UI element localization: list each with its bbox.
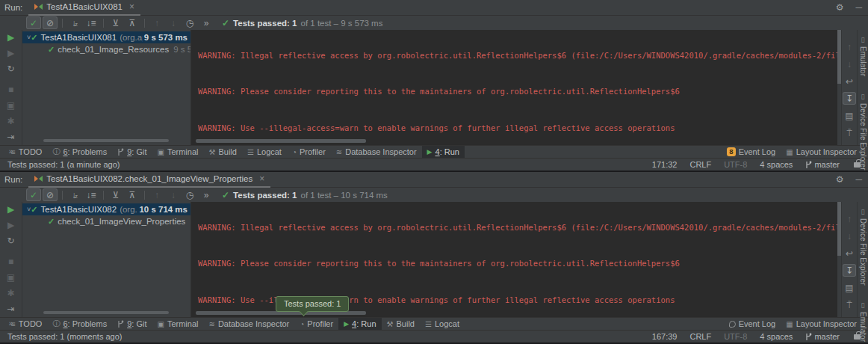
caret-position[interactable]: 167:39 xyxy=(652,332,678,341)
file-encoding[interactable]: UTF-8 xyxy=(724,332,747,341)
show-ignored-icon[interactable]: ⊘ xyxy=(43,16,58,29)
run-config-tab[interactable]: TestA1BasicUIX082.check_01_ImageView_Pro… xyxy=(28,172,270,188)
expand-all-icon[interactable]: ⊻ xyxy=(108,16,123,29)
sidetab-device-file-explorer[interactable]: ▯ Device File Explorer xyxy=(859,93,867,170)
clear-console-icon[interactable]: ⍑ xyxy=(843,126,856,139)
lock-icon[interactable] xyxy=(854,162,861,168)
rerun-failed-tests-icon[interactable]: ▶ xyxy=(4,220,19,230)
screenshot-icon[interactable]: ▣ xyxy=(4,100,19,111)
soft-wrap-icon[interactable]: ↩ xyxy=(843,75,856,87)
console-vertical-scrollbar[interactable] xyxy=(837,30,841,145)
file-encoding[interactable]: UTF-8 xyxy=(724,160,747,169)
toolwindow-problems[interactable]: ⓘ6: Problems xyxy=(47,318,112,331)
toolwindow-build[interactable]: ⚒Build xyxy=(382,318,420,331)
expand-all-icon[interactable]: ⊻ xyxy=(108,188,123,201)
test-tree-child-row[interactable]: ✓ check_01_Image_Resources 9 s 573 ms xyxy=(22,43,190,55)
gear-icon[interactable]: ⚙ xyxy=(830,2,850,13)
toolwindow-problems[interactable]: ⓘ6: Problems xyxy=(47,146,112,159)
collapse-all-icon[interactable]: ⊼ xyxy=(125,188,140,201)
show-passed-icon[interactable]: ✓ xyxy=(26,188,41,201)
git-branch-widget[interactable]: master xyxy=(805,332,840,341)
clear-console-icon[interactable]: ⍑ xyxy=(843,298,856,311)
indent-setting[interactable]: 4 spaces xyxy=(760,160,793,169)
down-stack-trace-icon[interactable]: ↓ xyxy=(843,58,856,70)
screenshot-icon[interactable]: ▣ xyxy=(4,272,19,283)
test-history-icon[interactable]: ◷ xyxy=(182,16,197,29)
next-failed-icon[interactable]: ↓ xyxy=(166,188,181,201)
previous-failed-icon[interactable]: ↑ xyxy=(149,16,164,29)
line-ending[interactable]: CRLF xyxy=(689,160,711,169)
soft-wrap-icon[interactable]: ↩ xyxy=(843,247,856,259)
stop-icon[interactable]: ■ xyxy=(4,85,19,95)
layout-inspector-button[interactable]: ▦Layout Inspector xyxy=(781,146,862,159)
sort-alphabetically-icon[interactable]: ↓z xyxy=(67,188,82,201)
toggle-auto-test-icon[interactable]: ↻ xyxy=(4,236,19,246)
detach-icon[interactable]: ⇥ xyxy=(4,304,19,314)
toolwindow-git[interactable]: 9: Git xyxy=(112,318,152,331)
console-vertical-scrollbar[interactable] xyxy=(837,202,841,317)
attach-debugger-icon[interactable]: ✱ xyxy=(4,116,19,126)
stop-icon[interactable]: ■ xyxy=(4,257,19,267)
show-ignored-icon[interactable]: ⊘ xyxy=(43,188,58,201)
line-ending[interactable]: CRLF xyxy=(689,332,711,341)
attach-debugger-icon[interactable]: ✱ xyxy=(4,288,19,298)
show-passed-icon[interactable]: ✓ xyxy=(26,16,41,29)
toolwindow-logcat[interactable]: ☰Logcat xyxy=(242,146,287,159)
toolwindow-run[interactable]: ▶4: Run xyxy=(338,318,381,331)
more-actions-icon[interactable]: » xyxy=(199,16,214,29)
down-stack-trace-icon[interactable]: ↓ xyxy=(843,230,856,242)
toolwindow-run[interactable]: ▶4: Run xyxy=(422,146,465,159)
print-icon[interactable]: ▤ xyxy=(843,281,856,294)
layout-inspector-button[interactable]: ▦Layout Inspector xyxy=(781,318,862,331)
toolwindow-profiler[interactable]: ◔Profiler xyxy=(287,146,331,159)
scroll-to-end-icon[interactable]: ↧ xyxy=(843,264,856,277)
tree-horizontal-scrollbar[interactable] xyxy=(43,139,169,142)
up-stack-trace-icon[interactable]: ↑ xyxy=(843,40,856,53)
close-icon[interactable]: × xyxy=(129,1,134,12)
sort-by-duration-icon[interactable]: ↓≡ xyxy=(84,16,99,29)
lock-icon[interactable] xyxy=(854,334,861,340)
sidetab-emulator[interactable]: ▯ Emulator xyxy=(859,36,867,76)
toolwindow-terminal[interactable]: ▣Terminal xyxy=(152,318,203,331)
test-history-icon[interactable]: ◷ xyxy=(182,188,197,201)
toolwindow-logcat[interactable]: ☰Logcat xyxy=(420,318,465,331)
console-horizontal-scrollbar[interactable] xyxy=(196,139,366,143)
next-failed-icon[interactable]: ↓ xyxy=(166,16,181,29)
toolwindow-terminal[interactable]: ▣Terminal xyxy=(152,146,203,159)
event-log-button[interactable]: 8Event Log xyxy=(722,146,781,159)
sidetab-device-file-explorer[interactable]: ▯ Device File Explorer xyxy=(859,208,867,285)
more-actions-icon[interactable]: » xyxy=(199,188,214,201)
test-tree-root-row[interactable]: ˅ ✓ TestA1BasicUIX082 (org.aplas.basica … xyxy=(22,203,190,215)
test-tree-child-row[interactable]: ✓ check_01_ImageView_Properties 10 s 714… xyxy=(22,215,190,227)
collapse-all-icon[interactable]: ⊼ xyxy=(125,16,140,29)
sort-by-duration-icon[interactable]: ↓≡ xyxy=(84,188,99,201)
rerun-tests-icon[interactable]: ▶ xyxy=(4,32,19,43)
toolwindow-database-inspector[interactable]: ≋Database Inspector xyxy=(203,318,294,331)
print-icon[interactable]: ▤ xyxy=(843,109,856,122)
indent-setting[interactable]: 4 spaces xyxy=(760,332,793,341)
toggle-auto-test-icon[interactable]: ↻ xyxy=(4,64,19,74)
minimize-icon[interactable]: ─ xyxy=(849,174,868,185)
toolwindow-git[interactable]: 9: Git xyxy=(112,146,152,159)
up-stack-trace-icon[interactable]: ↑ xyxy=(843,212,856,225)
minimize-icon[interactable]: ─ xyxy=(849,2,868,13)
close-icon[interactable]: × xyxy=(259,173,264,184)
event-log-button[interactable]: Event Log xyxy=(724,318,781,331)
toolwindow-build[interactable]: ⚒Build xyxy=(203,146,241,159)
tree-horizontal-scrollbar[interactable] xyxy=(43,311,169,314)
console-output[interactable]: WARNING: Illegal reflective access by or… xyxy=(190,30,841,145)
sort-alphabetically-icon[interactable]: ↓z xyxy=(67,16,82,29)
caret-position[interactable]: 171:32 xyxy=(652,160,678,169)
detach-icon[interactable]: ⇥ xyxy=(4,132,19,142)
more-toolbar-icon[interactable]: » xyxy=(9,319,13,328)
rerun-tests-icon[interactable]: ▶ xyxy=(4,204,19,215)
run-config-tab[interactable]: TestA1BasicUIX081 × xyxy=(28,0,140,16)
toolwindow-database-inspector[interactable]: ≋Database Inspector xyxy=(331,146,422,159)
scroll-to-end-icon[interactable]: ↧ xyxy=(843,92,856,105)
git-branch-widget[interactable]: master xyxy=(805,160,840,169)
rerun-failed-tests-icon[interactable]: ▶ xyxy=(4,48,19,58)
gear-icon[interactable]: ⚙ xyxy=(830,174,850,185)
test-tree-root-row[interactable]: ˅ ✓ TestA1BasicUIX081 (org.aplas.basica … xyxy=(22,31,190,43)
toolwindow-profiler[interactable]: ◔Profiler xyxy=(294,318,338,331)
more-toolbar-icon[interactable]: » xyxy=(9,147,13,156)
